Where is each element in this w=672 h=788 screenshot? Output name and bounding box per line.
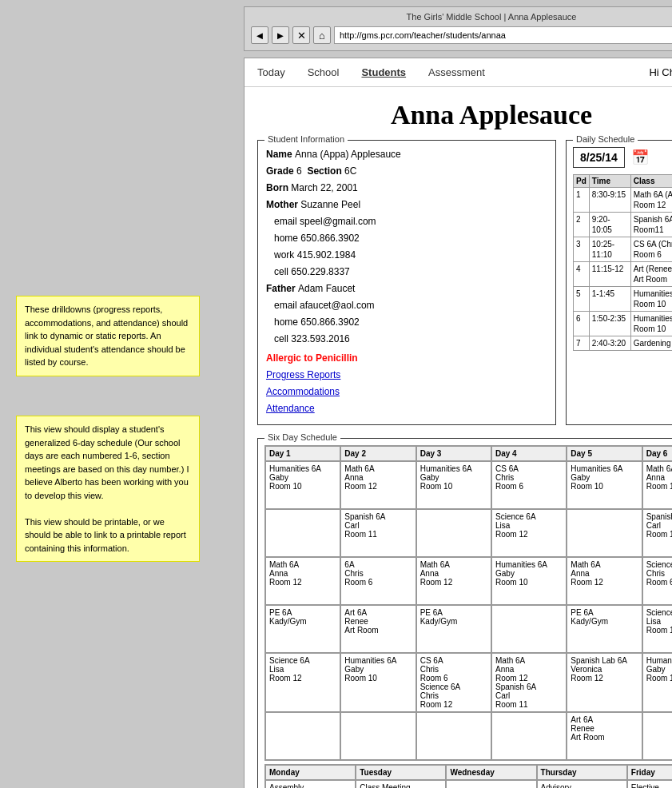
day-cell: Humanities 6A Gaby Room 10 <box>567 461 642 509</box>
day-cell <box>491 712 567 760</box>
browser-chrome: The Girls' Middle School | Anna Applesau… <box>244 6 672 51</box>
student-name-title: Anna Applesauce <box>245 87 672 140</box>
student-mother-cell: cell 650.229.8337 <box>274 266 350 277</box>
nav-items: Today School Students Assessment <box>254 65 633 80</box>
student-grade: 6 <box>296 165 302 177</box>
day-header: Day 4 <box>491 446 567 461</box>
nav-school[interactable]: School <box>304 65 343 80</box>
schedule-row: 72:40-3:20Gardening Elective <box>574 336 673 351</box>
schedule-row: 310:25-11:10CS 6A (Chris) Room 6 <box>574 237 673 262</box>
back-button[interactable]: ◄ <box>251 26 268 44</box>
nav-bar: Today School Students Assessment Hi Chri… <box>245 58 672 87</box>
day-cell: Science 6A Lisa Room 12 <box>265 653 340 712</box>
calendar-icon[interactable]: 📅 <box>631 149 649 166</box>
day-cell: Math 6A Anna Room 12 Spanish 6A Carl Roo… <box>491 653 567 712</box>
user-greeting: Hi Chris <box>649 66 672 78</box>
day-cell: Math 6A Anna Room 12 <box>567 557 642 605</box>
th-class: Class <box>630 175 672 188</box>
day-cell: Math 6A Anna Room 12 <box>340 461 416 509</box>
week-header: Tuesday <box>356 765 446 780</box>
day-cell: PE 6A Kady/Gym <box>265 605 340 653</box>
student-mother: Suzanne Peel <box>300 199 360 210</box>
day-cell: Art 6A Renee Art Room <box>567 712 642 760</box>
page-wrapper: These drilldowns (progress reports, acco… <box>0 0 672 16</box>
day-cell <box>265 509 340 557</box>
day-header: Day 3 <box>416 446 491 461</box>
home-button[interactable]: ⌂ <box>313 26 331 44</box>
schedule-row: 29:20-10:05Spanish 6A (Carl) Room11 <box>574 213 673 237</box>
day-cell: Humanities 6A Gaby Room 10 <box>491 557 567 605</box>
student-father-email: email afaucet@aol.com <box>274 300 375 311</box>
daily-schedule-label: Daily Schedule <box>573 134 638 144</box>
day-cell: Humanities 6A Gaby Room 10 <box>642 653 672 712</box>
address-bar[interactable] <box>334 26 672 44</box>
sticky-note-1: These drilldowns (progress reports, acco… <box>16 296 200 376</box>
day-cell <box>567 509 642 557</box>
day-cell <box>340 712 416 760</box>
day-cell <box>416 712 491 760</box>
th-pd: Pd <box>574 175 590 188</box>
day-cell: Math 6A Anna Room 12 <box>265 557 340 605</box>
student-section: 6C <box>344 165 356 177</box>
schedule-row: 51-1:45Humanities (Gaby) Room 10 <box>574 287 673 312</box>
week-cell: Assembly <box>265 780 356 788</box>
day-cell: Spanish 6A Carl Room 11 <box>642 509 672 557</box>
student-father-cell: cell 323.593.2016 <box>274 333 350 344</box>
schedule-row: 18:30-9:15Math 6A (Anna) Room 12 <box>574 188 673 213</box>
student-born: March 22, 2001 <box>291 182 357 193</box>
week-cell: Elective <box>627 780 672 788</box>
nav-today[interactable]: Today <box>254 65 288 80</box>
day-cell: Math 6A Anna Room 12 <box>642 461 672 509</box>
progress-reports-link[interactable]: Progress Reports <box>266 369 340 380</box>
main-area: Student Information Name Anna (Appa) App… <box>245 140 672 425</box>
day-cell: 6A Chris Room 6 <box>340 557 416 605</box>
student-mother-home: home 650.866.3902 <box>274 233 360 244</box>
sticky-note-2: This view should display a student's gen… <box>16 416 200 562</box>
accommodations-link[interactable]: Accommodations <box>266 386 340 397</box>
schedule-row: 411:15-12Art (Renee) Art Room <box>574 262 673 287</box>
daily-schedule-box: Daily Schedule 8/25/14 📅 Pd Time Class <box>566 140 672 425</box>
allergy-label: Allergic to Penicillin <box>266 351 547 365</box>
day-cell <box>642 712 672 760</box>
day-cell: CS 6A Chris Room 6 Science 6A Chris Room… <box>416 653 491 712</box>
browser-title: The Girls' Middle School | Anna Applesau… <box>251 12 672 22</box>
student-mother-email: email speel@gmail.com <box>274 216 376 227</box>
six-day-grid: Day 1Day 2Day 3Day 4Day 5Day 6Humanities… <box>264 445 672 761</box>
day-cell <box>265 712 340 760</box>
student-info-box: Student Information Name Anna (Appa) App… <box>257 140 556 425</box>
day-cell: Humanities 6A Gaby Room 10 <box>416 461 491 509</box>
day-header: Day 1 <box>265 446 340 461</box>
schedule-table: Pd Time Class 18:30-9:15Math 6A (Anna) R… <box>573 174 672 351</box>
nav-students[interactable]: Students <box>358 65 409 80</box>
day-cell <box>491 605 567 653</box>
forward-button[interactable]: ► <box>272 26 289 44</box>
attendance-link[interactable]: Attendance <box>266 403 315 414</box>
day-cell: Art 6A Renee Art Room <box>340 605 416 653</box>
close-button[interactable]: ✕ <box>292 26 310 44</box>
week-cell: Class Meeting <box>356 780 446 788</box>
schedule-row: 61:50-2:35Humanities (Gaby) Room 10 <box>574 312 673 336</box>
day-cell: Spanish Lab 6A Veronica Room 12 <box>567 653 642 712</box>
day-header: Day 5 <box>567 446 642 461</box>
day-cell: PE 6A Kady/Gym <box>567 605 642 653</box>
nav-assessment[interactable]: Assessment <box>425 65 488 80</box>
day-cell: Spanish 6A Carl Room 11 <box>340 509 416 557</box>
six-day-section: Six Day Schedule Day 1Day 2Day 3Day 4Day… <box>257 438 672 788</box>
day-cell <box>416 509 491 557</box>
week-header: Friday <box>627 765 672 780</box>
day-cell: CS 6A Chris Room 6 <box>491 461 567 509</box>
th-time: Time <box>589 175 630 188</box>
day-header: Day 2 <box>340 446 416 461</box>
page-content: Today School Students Assessment Hi Chri… <box>244 58 672 788</box>
student-name-line: Anna (Appa) Applesauce <box>295 149 401 160</box>
day-cell: Humanities 6A Gaby Room 10 <box>265 461 340 509</box>
day-header: Day 6 <box>642 446 672 461</box>
week-cell <box>446 780 536 788</box>
day-cell: Science 6A Lisa Room 12 <box>491 509 567 557</box>
student-info-label: Student Information <box>264 134 348 144</box>
student-mother-work: work 415.902.1984 <box>274 249 356 261</box>
week-header: Monday <box>265 765 356 780</box>
week-header: Thursday <box>537 765 627 780</box>
day-cell: Humanities 6A Gaby Room 10 <box>340 653 416 712</box>
day-cell: Math 6A Anna Room 12 <box>416 557 491 605</box>
